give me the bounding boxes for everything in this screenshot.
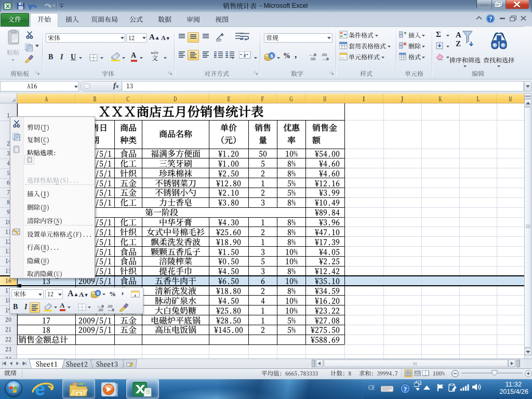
svg-text:$: $ <box>97 291 99 296</box>
svg-text:a: a <box>134 292 136 298</box>
svg-text:wén: wén <box>151 50 158 55</box>
svg-text:→.0: →.0 <box>107 308 114 311</box>
svg-text:.00: .00 <box>98 308 103 311</box>
svg-text:e: e <box>35 379 45 399</box>
svg-text:a: a <box>244 52 246 58</box>
svg-text:?: ? <box>404 385 407 393</box>
svg-text:$: $ <box>270 54 273 59</box>
svg-text:?: ? <box>489 16 493 22</box>
svg-text:A: A <box>456 31 461 39</box>
svg-text:→.0: →.0 <box>321 57 329 60</box>
svg-text:.00: .00 <box>310 57 316 60</box>
svg-text:ab: ab <box>216 37 221 42</box>
svg-text:Z: Z <box>456 39 461 48</box>
